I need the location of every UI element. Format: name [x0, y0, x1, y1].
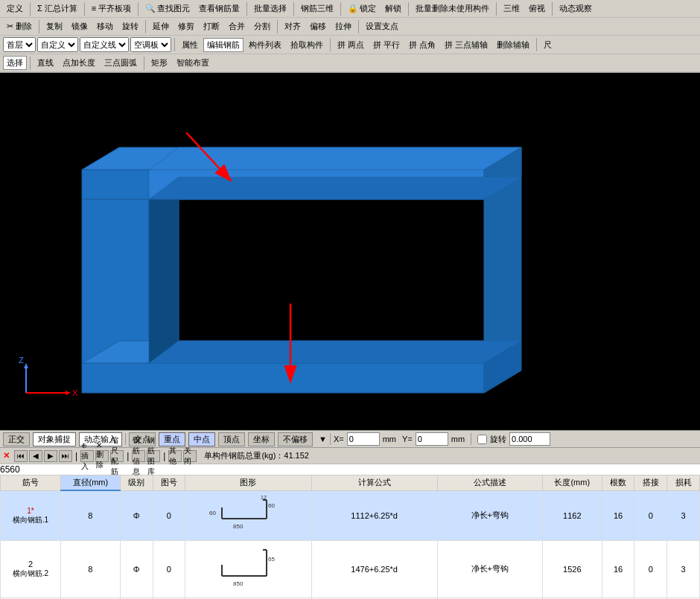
btn-select-tool[interactable]: 选择 [3, 56, 27, 70]
btn-offset[interactable]: 偏移 [306, 19, 330, 33]
btn-three-point-axis[interactable]: 拼 三点辅轴 [441, 38, 491, 52]
panel-nav: ✕ ⏮ ◀ ▶ ⏭ | ⊕ 插入 ✕ 删除 缩尺配筋 | 钢筋信息 钢筋图库 |… [0, 448, 700, 464]
btn-top-view[interactable]: 俯视 [525, 1, 549, 16]
btn-stretch[interactable]: 拉伸 [331, 19, 355, 33]
btn-insert-rebar[interactable]: ⊕ 插入 [80, 450, 94, 462]
btn-point-length-tool[interactable]: 点加长度 [59, 56, 99, 70]
btn-move[interactable]: 移动 [93, 19, 117, 33]
btn-find-element[interactable]: 🔍 查找图元 [141, 1, 194, 16]
cell-bar-num: 1*横向钢筋.1 [1, 490, 61, 540]
btn-rect-tool[interactable]: 矩形 [147, 56, 171, 70]
btn-copy[interactable]: 复制 [42, 19, 66, 33]
btn-ruler[interactable]: 尺 [540, 38, 556, 52]
th-shape[interactable]: 图形 [185, 475, 311, 491]
btn-view-rebar-qty[interactable]: 查看钢筋量 [195, 1, 244, 16]
cell-formula: 1476+6.25*d [311, 540, 437, 598]
th-count[interactable]: 根数 [602, 475, 634, 491]
btn-edit-rebar[interactable]: 编辑钢筋 [203, 38, 244, 52]
btn-rebar-library[interactable]: 钢筋图库 [147, 450, 160, 462]
rotate-input[interactable] [509, 432, 550, 446]
panel-close-icon[interactable]: ✕ [3, 451, 10, 461]
btn-pick-component[interactable]: 拾取构件 [287, 38, 327, 52]
shape-diagram-1: 60 12 850 60 [207, 493, 289, 537]
layer-select[interactable]: 首层 [3, 37, 36, 52]
svg-marker-11 [149, 181, 179, 363]
btn-lock[interactable]: 🔒 锁定 [344, 1, 380, 16]
btn-merge[interactable]: 合并 [225, 19, 249, 33]
sep [552, 2, 553, 16]
component-select[interactable]: 空调板 [130, 37, 171, 52]
table-row[interactable]: 1*横向钢筋.1 8 Φ 0 60 [1, 490, 700, 540]
btn-nav-prev[interactable]: ◀ [29, 450, 42, 462]
cell-draw-num: 0 [153, 540, 185, 598]
table-row[interactable]: 2横向钢筋.2 8 Φ 0 65 [1, 540, 700, 598]
th-overlap[interactable]: 搭接 [634, 475, 667, 491]
btn-rebar-3d[interactable]: 钢筋三维 [297, 1, 337, 16]
btn-break[interactable]: 打断 [200, 19, 223, 33]
btn-vertex-snap[interactable]: 顶点 [218, 432, 245, 446]
search-icon: 🔍 [145, 4, 156, 13]
sep [471, 433, 471, 445]
menu-define[interactable]: 定义 [3, 1, 27, 16]
btn-close-panel[interactable]: 关闭 [183, 450, 197, 462]
btn-others[interactable]: 其他 [168, 450, 182, 462]
btn-center-snap[interactable]: 中点 [188, 432, 215, 446]
btn-rotate[interactable]: 旋转 [118, 19, 142, 33]
lock-icon: 🔒 [348, 4, 358, 13]
btn-nav-first[interactable]: ⏮ [14, 450, 28, 462]
btn-line-tool[interactable]: 直线 [34, 56, 57, 70]
x-coord-input[interactable] [347, 432, 380, 446]
btn-batch-delete-unused[interactable]: 批量删除未使用构件 [412, 1, 493, 16]
th-length[interactable]: 长度(mm) [542, 475, 602, 491]
th-desc[interactable]: 公式描述 [437, 475, 542, 491]
btn-coord-snap[interactable]: 坐标 [248, 432, 275, 446]
btn-component-list[interactable]: 构件列表 [245, 38, 285, 52]
total-weight-label: 单构件钢筋总重(kg)：41.152 [204, 450, 309, 461]
btn-no-offset[interactable]: 不偏移 [278, 432, 313, 446]
btn-midpoint-snap[interactable]: 重点 [159, 432, 185, 446]
btn-align[interactable]: 对齐 [281, 19, 305, 33]
btn-two-point[interactable]: 拼 两点 [334, 38, 368, 52]
3d-viewport[interactable]: Z X [0, 73, 700, 430]
rotate-checkbox[interactable] [477, 435, 487, 444]
btn-mirror[interactable]: 镜像 [68, 19, 92, 33]
btn-split[interactable]: 分割 [250, 19, 274, 33]
btn-3d-view[interactable]: 三维 [500, 1, 524, 16]
btn-extend[interactable]: 延伸 [149, 19, 173, 33]
btn-ortho[interactable]: 正交 [3, 432, 30, 446]
toolbar-row-1: 定义 Σ 汇总计算 ≡ 平齐板项 🔍 查找图元 查看钢筋量 批量选择 钢筋三维 … [0, 0, 700, 18]
y-coord-label: Y= [402, 435, 413, 443]
btn-rebar-info[interactable]: 钢筋信息 [132, 450, 145, 462]
btn-parallel[interactable]: 拼 平行 [369, 38, 404, 52]
btn-delete-rebar[interactable]: ✕ 删除 [95, 450, 109, 462]
btn-delete[interactable]: ✂ 删除 [3, 19, 36, 33]
btn-flat-panel[interactable]: ≡ 平齐板项 [88, 1, 135, 16]
th-loss[interactable]: 损耗 [667, 475, 700, 491]
btn-trim[interactable]: 修剪 [174, 19, 198, 33]
svg-text:12: 12 [261, 495, 267, 500]
btn-object-snap[interactable]: 对象捕捉 [33, 432, 76, 446]
th-formula[interactable]: 计算公式 [311, 475, 437, 491]
y-coord-input[interactable] [416, 432, 448, 446]
line-type-select[interactable]: 自定义线 [80, 37, 129, 52]
btn-set-pivot[interactable]: 设置支点 [362, 19, 402, 33]
sep [496, 2, 497, 16]
btn-delete-axis[interactable]: 删除辅轴 [493, 38, 533, 52]
th-grade[interactable]: 级别 [120, 475, 153, 491]
btn-nav-next[interactable]: ▶ [44, 450, 57, 462]
sep [536, 38, 537, 51]
th-draw-num[interactable]: 图号 [153, 475, 185, 491]
btn-dynamic-orbit[interactable]: 动态观察 [556, 1, 596, 16]
btn-smart-layout[interactable]: 智能布置 [173, 56, 213, 70]
btn-batch-select[interactable]: 批量选择 [250, 1, 290, 16]
btn-nav-last[interactable]: ⏭ [59, 450, 72, 462]
btn-arc-tool[interactable]: 三点圆弧 [101, 56, 141, 70]
btn-sum-calc[interactable]: Σ 汇总计算 [34, 1, 81, 16]
btn-properties[interactable]: 属性 [178, 38, 202, 52]
th-diameter[interactable]: 直径(mm) [60, 475, 120, 491]
layer-type-select[interactable]: 自定义 [37, 37, 78, 52]
btn-unlock[interactable]: 解锁 [381, 1, 405, 16]
btn-point-angle[interactable]: 拼 点角 [405, 38, 439, 52]
th-bar-num[interactable]: 筋号 [1, 475, 61, 491]
btn-scale-rebar[interactable]: 缩尺配筋 [110, 450, 124, 462]
